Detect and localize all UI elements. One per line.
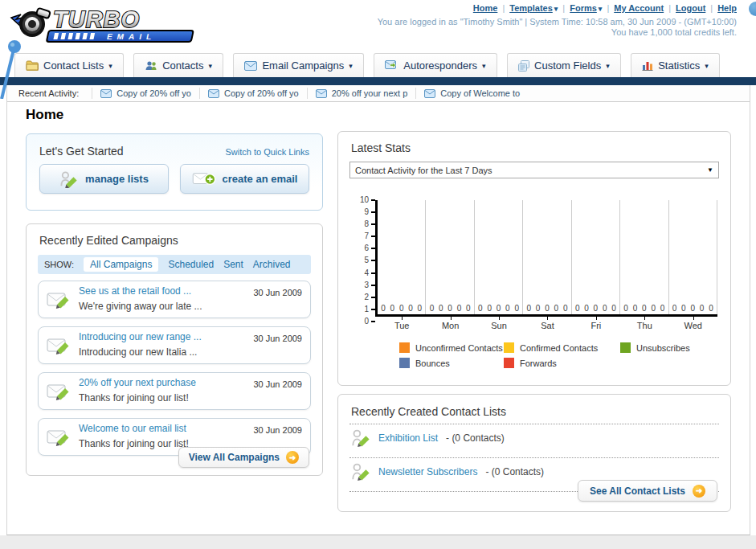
view-all-campaigns-button[interactable]: View All Campaigns ➜ [178, 447, 309, 468]
envelope-icon [100, 89, 112, 98]
campaign-date: 30 Jun 2009 [253, 334, 302, 343]
header-links: Home|Templates▾|Forms▾|My Account|Logout… [473, 3, 737, 13]
contact-list-detail: - (0 Contacts) [446, 432, 505, 444]
page-title: Home [26, 107, 63, 123]
campaign-subtitle: Thanks for joining our list! [79, 392, 189, 404]
envelope-icon [424, 89, 435, 98]
envelope-icon [316, 89, 327, 98]
statistics-icon [642, 60, 653, 71]
chart-y-axis: 10 9 8 7 6 5 4 3 2 1 0 [351, 200, 375, 322]
legend-item: Bounces [399, 358, 504, 368]
campaign-row[interactable]: See us at the retail food ... We're givi… [38, 281, 311, 318]
x-tick-label: Fri [572, 317, 620, 330]
recent-activity-label: Recent Activity: [18, 88, 79, 98]
legend-item: Forwards [504, 358, 620, 368]
recent-activity-item[interactable]: 20% off your next p [307, 88, 416, 99]
campaign-title-link[interactable]: Welcome to our email list [79, 423, 245, 435]
envelope-pencil-icon [47, 336, 71, 355]
recent-activity-item[interactable]: Copy of 20% off yo [92, 88, 199, 99]
recent-activity-item[interactable]: Copy of 20% off yo [199, 88, 307, 99]
chart-zero-values: 0 0 0 0 0 [475, 304, 522, 313]
login-status-text: You are logged in as "Timothy Smith" | S… [378, 17, 737, 27]
latest-stats-panel: Latest Stats Contact Activity for the La… [337, 131, 731, 386]
legend-item: Unsubscribes [620, 342, 690, 353]
contact-list-item[interactable]: Exhibition List - (0 Contacts) [338, 424, 730, 452]
legend-item: Unconfirmed Contacts [399, 342, 504, 353]
x-tick-label: Sat [523, 317, 571, 330]
chevron-down-icon: ▾ [482, 62, 486, 70]
nav-tab-autoresponders[interactable]: Autoresponders ▾ [374, 53, 497, 77]
chart-day-group: 0 0 0 0 0 [572, 200, 620, 314]
link-separator: | [502, 3, 505, 13]
header-link-home[interactable]: Home [473, 3, 498, 13]
manage-lists-label: manage lists [85, 173, 149, 185]
campaign-date: 30 Jun 2009 [253, 288, 302, 297]
credits-text: You have 1,000 total credits left. [611, 27, 737, 37]
autoresponder-icon [385, 60, 398, 71]
link-separator: | [562, 3, 565, 13]
chart-day-group: 0 0 0 0 0 [620, 200, 668, 314]
nav-tab-label: Email Campaigns [262, 59, 344, 72]
recent-activity-text: 20% off your next p [332, 88, 408, 98]
filter-scheduled[interactable]: Scheduled [168, 259, 214, 270]
chart-zero-values: 0 0 0 0 0 [426, 304, 473, 313]
x-tick-label: Wed [669, 317, 717, 330]
stats-period-select[interactable]: Contact Activity for the Last 7 Days ▼ [349, 162, 719, 178]
link-separator: | [668, 3, 671, 13]
custom-fields-icon [518, 60, 529, 72]
recent-activity-item[interactable]: Copy of Welcome to [415, 88, 528, 99]
nav-tab-label: Autoresponders [403, 59, 477, 72]
envelope-icon [208, 89, 219, 98]
switch-quick-links[interactable]: Switch to Quick Links [225, 147, 309, 157]
stats-period-value: Contact Activity for the Last 7 Days [355, 166, 492, 175]
recently-created-contact-lists-panel: Recently Created Contact Lists Exhibitio… [337, 394, 731, 512]
get-started-title: Let's Get Started [39, 145, 124, 158]
campaign-row[interactable]: 20% off your next purchase Thanks for jo… [38, 372, 311, 410]
arrow-right-icon: ➜ [286, 451, 299, 464]
nav-tab-email-campaigns[interactable]: Email Campaigns ▾ [233, 53, 363, 77]
chevron-down-icon: ▾ [705, 62, 709, 70]
chart-day-group: 0 0 0 0 0 [426, 200, 474, 314]
envelope-pencil-icon [47, 290, 71, 309]
filter-archived[interactable]: Archived [253, 259, 291, 270]
svg-text:TURBO: TURBO [53, 6, 140, 32]
campaign-row[interactable]: Introducing our new range ... Introducin… [38, 326, 311, 364]
campaign-subtitle: Introducing our new Italia ... [79, 346, 197, 358]
envelope-plus-icon [192, 170, 216, 188]
campaign-title-link[interactable]: See us at the retail food ... [79, 285, 245, 297]
arrow-right-icon: ➜ [693, 485, 705, 498]
contact-list-link[interactable]: Exhibition List [378, 432, 438, 444]
legend-swatch [504, 358, 514, 368]
campaign-date: 30 Jun 2009 [253, 379, 302, 389]
contacts-icon [145, 60, 157, 71]
campaign-title-link[interactable]: Introducing our new range ... [79, 331, 245, 343]
header-link-logout[interactable]: Logout [676, 3, 705, 13]
nav-tab-contact-lists[interactable]: Contact Lists ▾ [14, 53, 124, 77]
nav-tab-label: Statistics [658, 59, 700, 72]
campaign-title-link[interactable]: 20% off your next purchase [79, 377, 245, 389]
legend-item: Confirmed Contacts [504, 342, 620, 353]
header-link-my-account[interactable]: My Account [614, 3, 664, 13]
nav-tab-contacts[interactable]: Contacts ▾ [133, 53, 223, 77]
header-link-help[interactable]: Help [717, 3, 737, 13]
create-email-button[interactable]: create an email [180, 164, 309, 194]
filter-all-campaigns[interactable]: All Campaigns [84, 257, 158, 272]
header: TURBO EMAIL Home|Templates▾|Forms▾|My Ac… [0, 0, 756, 48]
legend-swatch [399, 358, 410, 368]
header-link-templates[interactable]: Templates▾ [509, 3, 558, 13]
filter-sent[interactable]: Sent [223, 259, 243, 270]
recent-activity-bar: Recent Activity: Copy of 20% off yo Copy… [7, 85, 750, 102]
envelope-pencil-icon [47, 428, 71, 447]
contact-list-link[interactable]: Newsletter Subscribers [378, 466, 477, 477]
manage-lists-button[interactable]: manage lists [39, 164, 169, 194]
show-label: SHOW: [44, 260, 74, 269]
see-all-contact-lists-button[interactable]: See All Contact Lists ➜ [578, 480, 717, 502]
chart-day-group: 0 0 0 0 0 [669, 200, 717, 314]
turbo-email-logo: TURBO EMAIL [8, 3, 201, 45]
footer-strip [0, 535, 756, 549]
nav-tab-statistics[interactable]: Statistics ▾ [631, 53, 720, 77]
envelope-icon [244, 61, 257, 71]
nav-tab-custom-fields[interactable]: Custom Fields ▾ [507, 53, 621, 77]
header-link-forms[interactable]: Forms▾ [570, 3, 602, 13]
recent-activity-text: Copy of Welcome to [440, 88, 520, 98]
